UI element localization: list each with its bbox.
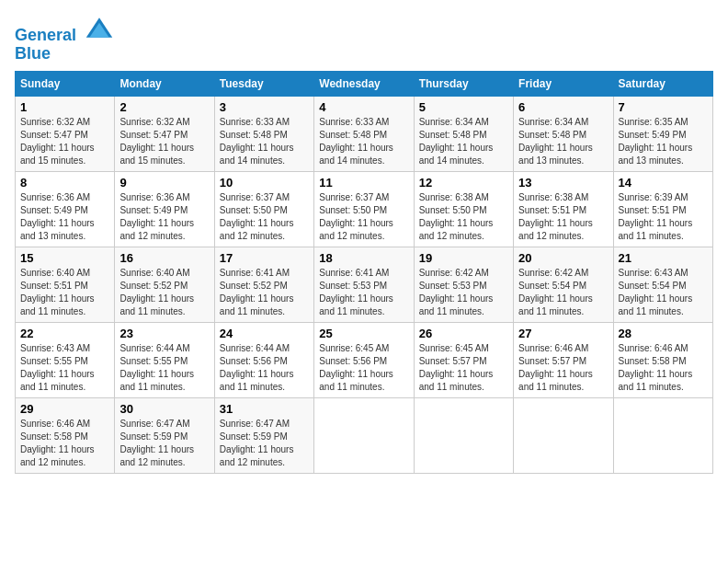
calendar-cell: 2 Sunrise: 6:32 AM Sunset: 5:47 PM Dayli… xyxy=(115,96,214,171)
calendar-cell: 20 Sunrise: 6:42 AM Sunset: 5:54 PM Dayl… xyxy=(514,247,613,322)
day-info: Sunrise: 6:33 AM Sunset: 5:48 PM Dayligh… xyxy=(220,116,309,167)
day-number: 7 xyxy=(619,100,708,114)
day-number: 4 xyxy=(319,100,408,114)
day-info: Sunrise: 6:42 AM Sunset: 5:54 PM Dayligh… xyxy=(518,267,608,318)
col-header-wednesday: Wednesday xyxy=(314,71,414,96)
day-info: Sunrise: 6:46 AM Sunset: 5:58 PM Dayligh… xyxy=(619,342,708,394)
day-info: Sunrise: 6:37 AM Sunset: 5:50 PM Dayligh… xyxy=(319,191,408,243)
day-info: Sunrise: 6:32 AM Sunset: 5:47 PM Dayligh… xyxy=(119,116,209,167)
day-number: 20 xyxy=(518,251,608,265)
day-info: Sunrise: 6:34 AM Sunset: 5:48 PM Dayligh… xyxy=(419,116,508,167)
day-info: Sunrise: 6:37 AM Sunset: 5:50 PM Dayligh… xyxy=(220,191,309,243)
day-info: Sunrise: 6:43 AM Sunset: 5:55 PM Dayligh… xyxy=(20,342,109,394)
day-number: 30 xyxy=(119,402,209,416)
day-info: Sunrise: 6:45 AM Sunset: 5:57 PM Dayligh… xyxy=(419,342,508,394)
calendar-cell: 10 Sunrise: 6:37 AM Sunset: 5:50 PM Dayl… xyxy=(214,171,313,247)
calendar-cell: 18 Sunrise: 6:41 AM Sunset: 5:53 PM Dayl… xyxy=(314,247,414,322)
week-row-5: 29 Sunrise: 6:46 AM Sunset: 5:58 PM Dayl… xyxy=(16,397,713,473)
week-row-3: 15 Sunrise: 6:40 AM Sunset: 5:51 PM Dayl… xyxy=(16,247,713,322)
day-number: 18 xyxy=(319,251,408,265)
day-info: Sunrise: 6:41 AM Sunset: 5:52 PM Dayligh… xyxy=(220,267,309,318)
day-info: Sunrise: 6:45 AM Sunset: 5:56 PM Dayligh… xyxy=(319,342,408,394)
day-number: 21 xyxy=(619,251,708,265)
calendar-cell: 11 Sunrise: 6:37 AM Sunset: 5:50 PM Dayl… xyxy=(314,171,414,247)
day-number: 8 xyxy=(20,176,109,190)
day-info: Sunrise: 6:43 AM Sunset: 5:54 PM Dayligh… xyxy=(619,267,708,318)
day-number: 29 xyxy=(20,402,109,416)
day-info: Sunrise: 6:47 AM Sunset: 5:59 PM Dayligh… xyxy=(220,418,309,469)
day-number: 14 xyxy=(619,176,708,190)
day-info: Sunrise: 6:33 AM Sunset: 5:48 PM Dayligh… xyxy=(319,116,408,167)
day-number: 10 xyxy=(220,176,309,190)
calendar-cell: 30 Sunrise: 6:47 AM Sunset: 5:59 PM Dayl… xyxy=(115,397,214,473)
calendar-header-row: SundayMondayTuesdayWednesdayThursdayFrid… xyxy=(16,71,713,96)
calendar-cell xyxy=(613,397,712,473)
day-info: Sunrise: 6:38 AM Sunset: 5:51 PM Dayligh… xyxy=(518,191,608,243)
calendar-cell xyxy=(314,397,414,473)
day-number: 15 xyxy=(20,251,109,265)
day-number: 26 xyxy=(419,327,508,340)
calendar-table: SundayMondayTuesdayWednesdayThursdayFrid… xyxy=(15,71,713,474)
day-info: Sunrise: 6:44 AM Sunset: 5:56 PM Dayligh… xyxy=(220,342,309,394)
calendar-cell: 22 Sunrise: 6:43 AM Sunset: 5:55 PM Dayl… xyxy=(16,322,115,397)
calendar-cell: 5 Sunrise: 6:34 AM Sunset: 5:48 PM Dayli… xyxy=(414,96,513,171)
calendar-cell: 6 Sunrise: 6:34 AM Sunset: 5:48 PM Dayli… xyxy=(514,96,613,171)
calendar-cell xyxy=(414,397,513,473)
day-number: 23 xyxy=(119,327,209,340)
day-number: 13 xyxy=(518,176,608,190)
day-number: 5 xyxy=(419,100,508,114)
day-number: 3 xyxy=(220,100,309,114)
day-number: 25 xyxy=(319,327,408,340)
day-number: 2 xyxy=(119,100,209,114)
day-info: Sunrise: 6:36 AM Sunset: 5:49 PM Dayligh… xyxy=(20,191,109,243)
week-row-2: 8 Sunrise: 6:36 AM Sunset: 5:49 PM Dayli… xyxy=(16,171,713,247)
day-number: 24 xyxy=(220,327,309,340)
logo: General Blue xyxy=(15,15,114,63)
day-info: Sunrise: 6:35 AM Sunset: 5:49 PM Dayligh… xyxy=(619,116,708,167)
calendar-cell: 25 Sunrise: 6:45 AM Sunset: 5:56 PM Dayl… xyxy=(314,322,414,397)
calendar-cell: 13 Sunrise: 6:38 AM Sunset: 5:51 PM Dayl… xyxy=(514,171,613,247)
calendar-cell: 9 Sunrise: 6:36 AM Sunset: 5:49 PM Dayli… xyxy=(115,171,214,247)
day-number: 31 xyxy=(220,402,309,416)
day-info: Sunrise: 6:41 AM Sunset: 5:53 PM Dayligh… xyxy=(319,267,408,318)
day-info: Sunrise: 6:46 AM Sunset: 5:57 PM Dayligh… xyxy=(518,342,608,394)
col-header-friday: Friday xyxy=(514,71,613,96)
col-header-sunday: Sunday xyxy=(16,71,115,96)
day-number: 22 xyxy=(20,327,109,340)
col-header-saturday: Saturday xyxy=(613,71,712,96)
day-number: 12 xyxy=(419,176,508,190)
calendar-cell: 28 Sunrise: 6:46 AM Sunset: 5:58 PM Dayl… xyxy=(613,322,712,397)
day-number: 27 xyxy=(518,327,608,340)
calendar-cell: 29 Sunrise: 6:46 AM Sunset: 5:58 PM Dayl… xyxy=(16,397,115,473)
day-info: Sunrise: 6:46 AM Sunset: 5:58 PM Dayligh… xyxy=(20,418,109,469)
logo-icon xyxy=(85,15,114,40)
day-number: 6 xyxy=(518,100,608,114)
calendar-cell: 8 Sunrise: 6:36 AM Sunset: 5:49 PM Dayli… xyxy=(16,171,115,247)
calendar-cell: 16 Sunrise: 6:40 AM Sunset: 5:52 PM Dayl… xyxy=(115,247,214,322)
day-info: Sunrise: 6:40 AM Sunset: 5:51 PM Dayligh… xyxy=(20,267,109,318)
calendar-cell: 19 Sunrise: 6:42 AM Sunset: 5:53 PM Dayl… xyxy=(414,247,513,322)
day-number: 1 xyxy=(20,100,109,114)
day-info: Sunrise: 6:36 AM Sunset: 5:49 PM Dayligh… xyxy=(119,191,209,243)
calendar-cell xyxy=(514,397,613,473)
calendar-cell: 26 Sunrise: 6:45 AM Sunset: 5:57 PM Dayl… xyxy=(414,322,513,397)
calendar-cell: 3 Sunrise: 6:33 AM Sunset: 5:48 PM Dayli… xyxy=(214,96,313,171)
week-row-4: 22 Sunrise: 6:43 AM Sunset: 5:55 PM Dayl… xyxy=(16,322,713,397)
calendar-cell: 1 Sunrise: 6:32 AM Sunset: 5:47 PM Dayli… xyxy=(16,96,115,171)
day-info: Sunrise: 6:40 AM Sunset: 5:52 PM Dayligh… xyxy=(119,267,209,318)
day-number: 11 xyxy=(319,176,408,190)
calendar-cell: 12 Sunrise: 6:38 AM Sunset: 5:50 PM Dayl… xyxy=(414,171,513,247)
day-info: Sunrise: 6:42 AM Sunset: 5:53 PM Dayligh… xyxy=(419,267,508,318)
day-number: 28 xyxy=(619,327,708,340)
calendar-cell: 27 Sunrise: 6:46 AM Sunset: 5:57 PM Dayl… xyxy=(514,322,613,397)
logo-general: General xyxy=(15,26,76,44)
calendar-cell: 31 Sunrise: 6:47 AM Sunset: 5:59 PM Dayl… xyxy=(214,397,313,473)
logo-blue: Blue xyxy=(15,44,51,63)
day-info: Sunrise: 6:44 AM Sunset: 5:55 PM Dayligh… xyxy=(119,342,209,394)
calendar-cell: 17 Sunrise: 6:41 AM Sunset: 5:52 PM Dayl… xyxy=(214,247,313,322)
calendar-cell: 4 Sunrise: 6:33 AM Sunset: 5:48 PM Dayli… xyxy=(314,96,414,171)
week-row-1: 1 Sunrise: 6:32 AM Sunset: 5:47 PM Dayli… xyxy=(16,96,713,171)
day-info: Sunrise: 6:32 AM Sunset: 5:47 PM Dayligh… xyxy=(20,116,109,167)
day-number: 9 xyxy=(119,176,209,190)
col-header-thursday: Thursday xyxy=(414,71,513,96)
